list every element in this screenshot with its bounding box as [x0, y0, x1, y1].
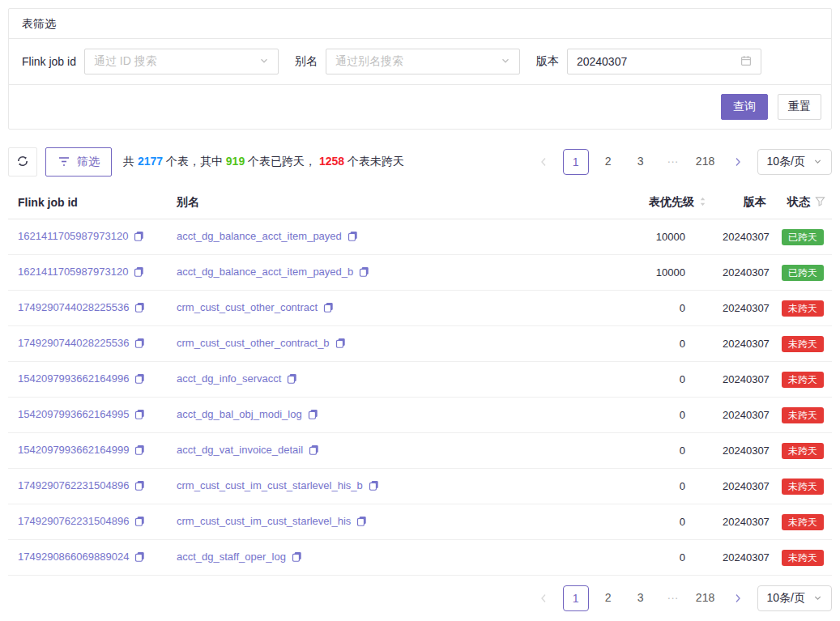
- copy-icon[interactable]: [134, 338, 145, 351]
- alias-link[interactable]: acct_dg_vat_invoice_detail: [177, 444, 303, 456]
- copy-icon[interactable]: [134, 303, 145, 315]
- pagination-page[interactable]: 3: [628, 149, 654, 175]
- table-header-row: Flink job id 别名 表优先级 版本 状态: [8, 186, 832, 219]
- flink-job-id-link[interactable]: 1542097993662164995: [18, 408, 129, 420]
- copy-icon[interactable]: [134, 445, 145, 457]
- copy-icon[interactable]: [308, 410, 318, 422]
- pagination-page[interactable]: 218: [693, 585, 718, 611]
- calendar-icon: [740, 55, 752, 69]
- sorter-icon[interactable]: [699, 196, 706, 210]
- flink-job-id-link[interactable]: 1542097993662164999: [18, 444, 129, 456]
- version-date-input[interactable]: 20240307: [567, 49, 761, 74]
- alias-field: 别名 通过别名搜索: [295, 49, 520, 74]
- page: 表筛选 Flink job id 通过 ID 搜索 别名 通过别名搜索: [0, 0, 840, 619]
- priority-value: 0: [572, 504, 713, 540]
- flink-job-id-link[interactable]: 1621411705987973120: [18, 266, 128, 278]
- filter-lines-icon: [58, 155, 70, 169]
- alias-placeholder: 通过别名搜索: [335, 54, 403, 69]
- stat-uncrossed: 1258: [319, 155, 344, 168]
- priority-value: 0: [572, 540, 713, 576]
- copy-icon[interactable]: [134, 517, 145, 529]
- copy-icon[interactable]: [369, 481, 379, 493]
- flink-job-id-link[interactable]: 1749290762231504896: [18, 515, 129, 527]
- status-badge: 未跨天: [782, 300, 824, 317]
- status-badge: 未跨天: [782, 407, 824, 423]
- flink-job-id-link[interactable]: 1621411705987973120: [18, 230, 128, 242]
- toolbar: 筛选 共 2177 个表，其中 919 个表已跨天， 1258 个表未跨天 12…: [8, 147, 832, 177]
- pagination-page[interactable]: 218: [693, 149, 718, 175]
- pagination-page[interactable]: 1: [563, 149, 589, 175]
- copy-icon[interactable]: [359, 267, 369, 279]
- reset-button[interactable]: 重置: [778, 94, 821, 120]
- flink-job-id-link[interactable]: 1749290744028225536: [18, 301, 129, 313]
- copy-icon[interactable]: [335, 338, 346, 351]
- pagination-prev-icon[interactable]: [531, 149, 556, 175]
- status-badge: 未跨天: [782, 479, 824, 495]
- alias-link[interactable]: acct_dg_info_servacct: [177, 372, 281, 385]
- pagination-page[interactable]: 2: [595, 585, 621, 611]
- copy-icon[interactable]: [287, 374, 297, 386]
- search-button[interactable]: 查询: [721, 94, 768, 120]
- copy-icon[interactable]: [134, 232, 144, 244]
- table-row: 1542097993662164996 acct_dg_info_servacc…: [8, 362, 832, 398]
- alias-link[interactable]: crm_cust_cust_other_contract_b: [177, 337, 330, 349]
- alias-link[interactable]: crm_cust_cust_im_cust_starlevel_his_b: [177, 479, 363, 491]
- table-stats: 共 2177 个表，其中 919 个表已跨天， 1258 个表未跨天: [123, 155, 404, 169]
- alias-link[interactable]: acct_dg_staff_oper_log: [177, 551, 286, 563]
- flink-job-id-label: Flink job id: [22, 55, 76, 68]
- page-size-select[interactable]: 10条/页: [757, 149, 832, 175]
- version-value: 20240307: [713, 362, 770, 398]
- copy-icon[interactable]: [292, 552, 302, 564]
- version-value: 20240307: [713, 219, 770, 255]
- copy-icon[interactable]: [348, 232, 358, 244]
- table-row: 1621411705987973120 acct_dg_balance_acct…: [8, 219, 832, 255]
- alias-link[interactable]: acct_dg_balance_acct_item_payed: [177, 230, 342, 242]
- copy-icon[interactable]: [134, 374, 145, 386]
- priority-value: 0: [572, 362, 713, 398]
- flink-job-id-placeholder: 通过 ID 搜索: [94, 54, 157, 69]
- pagination-prev-icon[interactable]: [531, 585, 556, 611]
- filter-fields-row: Flink job id 通过 ID 搜索 别名 通过别名搜索: [9, 39, 831, 85]
- tables-table: Flink job id 别名 表优先级 版本 状态: [8, 186, 832, 576]
- pagination-page[interactable]: 3: [628, 585, 654, 611]
- alias-select[interactable]: 通过别名搜索: [326, 49, 520, 74]
- flink-job-id-field: Flink job id 通过 ID 搜索: [22, 49, 279, 74]
- header-version: 版本: [713, 186, 770, 219]
- alias-link[interactable]: acct_dg_balance_acct_item_payed_b: [177, 266, 353, 278]
- copy-icon[interactable]: [134, 481, 145, 493]
- filter-button[interactable]: 筛选: [45, 147, 112, 177]
- page-size-select[interactable]: 10条/页: [757, 585, 832, 611]
- copy-icon[interactable]: [323, 303, 334, 315]
- flink-job-id-link[interactable]: 1542097993662164996: [18, 372, 129, 385]
- alias-label: 别名: [295, 54, 318, 69]
- flink-job-id-select[interactable]: 通过 ID 搜索: [84, 49, 279, 74]
- status-badge: 未跨天: [782, 514, 824, 530]
- header-priority[interactable]: 表优先级: [572, 186, 713, 219]
- filter-funnel-icon[interactable]: [815, 196, 825, 209]
- chevron-down-icon: [501, 55, 510, 68]
- pagination-next-icon[interactable]: [725, 149, 751, 175]
- copy-icon[interactable]: [134, 410, 145, 422]
- flink-job-id-link[interactable]: 1749290762231504896: [18, 479, 129, 491]
- table-row: 1749290762231504896 crm_cust_cust_im_cus…: [8, 504, 832, 540]
- alias-link[interactable]: crm_cust_cust_im_cust_starlevel_his: [177, 515, 351, 527]
- status-badge: 未跨天: [782, 550, 824, 566]
- alias-link[interactable]: acct_dg_bal_obj_modi_log: [177, 408, 302, 420]
- pagination-ellipsis: ···: [660, 149, 686, 175]
- pagination-next-icon[interactable]: [725, 585, 751, 611]
- version-value: 20240307: [713, 326, 770, 362]
- status-badge: 已跨天: [782, 265, 824, 281]
- copy-icon[interactable]: [134, 267, 144, 279]
- table-row: 1749290866069889024 acct_dg_staff_oper_l…: [8, 540, 832, 576]
- copy-icon[interactable]: [134, 552, 145, 564]
- copy-icon[interactable]: [309, 445, 319, 457]
- pagination: 123···218: [531, 149, 757, 175]
- pagination-page[interactable]: 1: [563, 585, 589, 611]
- flink-job-id-link[interactable]: 1749290744028225536: [18, 337, 129, 349]
- header-status[interactable]: 状态: [770, 186, 832, 219]
- pagination-page[interactable]: 2: [595, 149, 621, 175]
- refresh-button[interactable]: [8, 147, 37, 177]
- copy-icon[interactable]: [356, 517, 367, 529]
- flink-job-id-link[interactable]: 1749290866069889024: [18, 551, 129, 563]
- alias-link[interactable]: crm_cust_cust_other_contract: [177, 301, 318, 313]
